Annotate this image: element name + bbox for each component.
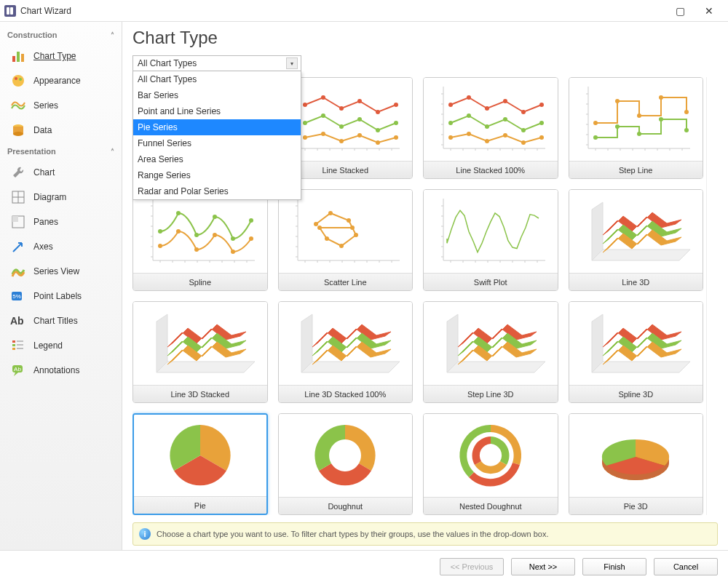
svg-point-114: [539, 103, 544, 107]
svg-marker-231: [301, 362, 400, 372]
svg-point-150: [637, 132, 641, 136]
combo-option[interactable]: Point and Line Series: [133, 103, 301, 119]
maximize-button[interactable]: ▢: [665, 1, 695, 21]
combo-option[interactable]: Pie Series: [133, 119, 301, 135]
nav-item-axes[interactable]: Axes: [0, 234, 122, 259]
cancel-button[interactable]: Cancel: [654, 558, 718, 575]
nav-label: Series: [33, 100, 58, 111]
svg-point-197: [314, 222, 318, 226]
chart-tile-step-line[interactable]: Step Line: [569, 77, 704, 179]
nav-item-panes[interactable]: Panes: [0, 210, 122, 234]
svg-point-144: [615, 99, 620, 103]
nav-item-annotations[interactable]: AbAnnotations: [0, 358, 122, 383]
ribbon-icon: [10, 263, 26, 279]
nav-label: Data: [33, 125, 52, 135]
svg-point-203: [317, 226, 322, 230]
nav-label: Chart Titles: [33, 316, 78, 326]
chevron-up-icon: ˄: [111, 148, 114, 156]
svg-marker-236: [447, 362, 545, 372]
svg-point-145: [637, 113, 641, 118]
content-area: Chart Type All Chart Types ▾ All Chart T…: [122, 22, 728, 550]
svg-point-152: [684, 128, 689, 132]
combo-option[interactable]: Funnel Series: [133, 135, 301, 151]
chart-preview: [133, 302, 267, 385]
chart-tile-scatter[interactable]: Scatter Line: [278, 189, 414, 291]
nav-item-data[interactable]: Data: [0, 118, 122, 143]
section-label: Presentation: [7, 147, 56, 156]
svg-point-112: [503, 99, 507, 103]
chart-type-filter-dropdown: All Chart TypesBar SeriesPoint and Line …: [132, 71, 301, 200]
svg-point-147: [684, 110, 689, 114]
nav-item-appearance[interactable]: Appearance: [0, 68, 122, 93]
combo-option[interactable]: Radar and Polar Series: [133, 183, 301, 199]
info-bar: i Choose a chart type you want to use. T…: [132, 522, 718, 546]
svg-point-78: [357, 99, 362, 103]
chart-tile-l3d-stacked[interactable]: Line 3D Stacked: [132, 301, 268, 403]
finish-button[interactable]: Finish: [582, 558, 646, 575]
chart-tile-label: Pie: [134, 496, 266, 514]
chart-tile-pie3d[interactable]: Pie 3D: [569, 413, 704, 515]
svg-point-172: [213, 215, 217, 219]
chart-tile-line3d[interactable]: Line 3D: [569, 189, 704, 291]
next-button[interactable]: Next >>: [511, 558, 575, 575]
chart-tile-step3d[interactable]: Step Line 3D: [423, 301, 558, 403]
chart-tile-spline3d[interactable]: Spline 3D: [569, 301, 704, 403]
previous-button: << Previous: [440, 558, 504, 575]
chart-preview: [569, 78, 703, 161]
chart-tile-label: Swift Plot: [424, 273, 558, 290]
close-button[interactable]: ✕: [695, 1, 724, 21]
combo-selected-value: All Chart Types: [138, 58, 197, 68]
chart-tile-l3d-stacked-100[interactable]: Line 3D Stacked 100%: [278, 301, 414, 403]
section-construction[interactable]: Construction ˄: [0, 26, 122, 44]
chart-tile-pie[interactable]: Pie: [132, 413, 268, 515]
svg-point-109: [448, 103, 453, 107]
combo-option[interactable]: Range Series: [133, 167, 301, 183]
svg-point-5: [19, 78, 22, 81]
cylinder-icon: [10, 122, 26, 138]
chart-tile-doughnut[interactable]: Doughnut: [278, 413, 414, 515]
grid-icon: [10, 189, 26, 205]
combo-option[interactable]: All Chart Types: [133, 71, 301, 87]
svg-point-202: [325, 236, 329, 241]
chart-tile-nested-doughnut[interactable]: Nested Doughnut: [423, 413, 558, 515]
nav-item-series[interactable]: Series: [0, 93, 122, 118]
svg-point-120: [539, 121, 544, 125]
nav-item-chart-type[interactable]: Chart Type: [0, 44, 122, 68]
svg-point-110: [467, 95, 471, 100]
bars-icon: [10, 48, 26, 64]
svg-rect-19: [12, 348, 15, 350]
nav-item-series-view[interactable]: Series View: [0, 259, 122, 284]
svg-rect-17: [12, 340, 15, 343]
nav-item-chart[interactable]: Chart: [0, 160, 122, 185]
nav-item-point-labels[interactable]: 5%Point Labels: [0, 284, 122, 308]
combo-option[interactable]: Area Series: [133, 151, 301, 167]
nav-item-diagram[interactable]: Diagram: [0, 185, 122, 210]
chart-tile-spline[interactable]: Spline: [132, 189, 268, 291]
sidebar: Construction ˄ Chart TypeAppearanceSerie…: [0, 22, 122, 550]
nav-item-chart-titles[interactable]: AbChart Titles: [0, 308, 122, 333]
combo-option[interactable]: Bar Series: [133, 87, 301, 103]
nav-item-legend[interactable]: Legend: [0, 333, 122, 358]
chart-preview: [569, 414, 703, 497]
section-presentation[interactable]: Presentation ˄: [0, 143, 122, 160]
chart-tile-swift[interactable]: Swift Plot: [423, 189, 558, 291]
svg-point-92: [394, 135, 398, 140]
svg-point-125: [521, 140, 526, 145]
svg-point-122: [467, 132, 471, 136]
chart-type-filter-combo[interactable]: All Chart Types ▾: [132, 55, 301, 71]
svg-point-200: [354, 233, 358, 237]
svg-point-201: [339, 244, 344, 248]
svg-point-87: [303, 135, 307, 140]
nav-label: Chart Type: [33, 51, 76, 61]
svg-rect-13: [12, 216, 18, 222]
svg-point-151: [659, 117, 663, 121]
svg-marker-226: [157, 362, 255, 372]
svg-text:Ab: Ab: [10, 315, 24, 327]
chart-preview: [133, 190, 267, 273]
svg-rect-2: [21, 54, 24, 62]
chart-tile-line-stacked-100[interactable]: Line Stacked 100%: [423, 77, 558, 179]
scrollbar[interactable]: [706, 77, 718, 515]
svg-point-169: [158, 229, 162, 234]
svg-point-117: [485, 124, 489, 129]
nav-label: Chart: [33, 167, 55, 178]
